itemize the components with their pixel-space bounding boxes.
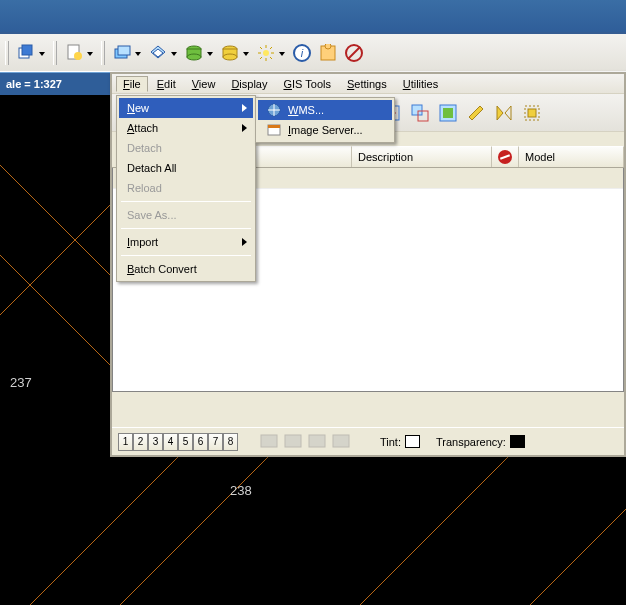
database-green-icon[interactable]: [182, 41, 206, 65]
toolbar-grip[interactable]: [5, 41, 9, 65]
page-button-6[interactable]: 6: [193, 433, 208, 451]
menu-file-save-as: Save As...: [119, 205, 253, 225]
menu-settings[interactable]: Settings: [340, 76, 394, 92]
menu-edit[interactable]: Edit: [150, 76, 183, 92]
mirror-icon[interactable]: [492, 101, 516, 125]
svg-line-22: [260, 57, 262, 59]
scale-readout: ale = 1:327: [0, 72, 110, 95]
cad-label: 238: [230, 483, 252, 498]
page-button-4[interactable]: 4: [163, 433, 178, 451]
menu-display[interactable]: Display: [224, 76, 274, 92]
page-button-2[interactable]: 2: [133, 433, 148, 451]
tint-label: Tint:: [380, 436, 401, 448]
status-disabled-tools: [260, 433, 352, 451]
svg-point-14: [263, 50, 269, 56]
page-button-8[interactable]: 8: [223, 433, 238, 451]
transparency-swatch[interactable]: [510, 435, 525, 448]
svg-line-34: [0, 165, 120, 285]
svg-line-28: [348, 47, 360, 59]
cascade-windows-icon[interactable]: [14, 41, 38, 65]
new-doc-icon[interactable]: [62, 41, 86, 65]
submenu-label: Image Server...: [288, 124, 363, 136]
menu-file-batch-convert[interactable]: Batch Convert: [119, 259, 253, 279]
raster-manager-window: File New Attach Detach Detach All Reload…: [110, 72, 626, 457]
layers-diamond-icon[interactable]: [146, 41, 170, 65]
column-header-model[interactable]: Model: [519, 146, 624, 167]
svg-rect-51: [412, 105, 422, 115]
page-button-5[interactable]: 5: [178, 433, 193, 451]
cad-label: 237: [10, 375, 32, 390]
menu-utilities[interactable]: Utilities: [396, 76, 445, 92]
app-titlebar: [0, 0, 626, 34]
svg-point-10: [187, 54, 201, 60]
svg-rect-61: [285, 435, 301, 447]
disable-circle-icon[interactable]: [342, 41, 366, 65]
svg-rect-59: [528, 109, 536, 117]
svg-line-35: [530, 495, 626, 605]
scale-text: ale = 1:327: [6, 78, 62, 90]
toolbar-grip[interactable]: [53, 41, 57, 65]
toolbar-grip[interactable]: [101, 41, 105, 65]
page-button-7[interactable]: 7: [208, 433, 223, 451]
menu-file-detach-all[interactable]: Detach All: [119, 158, 253, 178]
image-server-icon: [266, 122, 282, 138]
menu-file[interactable]: File: [116, 76, 148, 92]
rotate-icon[interactable]: [464, 101, 488, 125]
svg-marker-55: [469, 106, 483, 120]
svg-line-19: [260, 47, 262, 49]
svg-rect-62: [309, 435, 325, 447]
svg-rect-60: [261, 435, 277, 447]
layers-icon: [332, 433, 352, 451]
database-yellow-icon[interactable]: [218, 41, 242, 65]
menu-file-detach: Detach: [119, 138, 253, 158]
svg-marker-56: [497, 106, 503, 120]
light-icon[interactable]: [254, 41, 278, 65]
submenu-new-image-server[interactable]: Image Server...: [258, 120, 392, 140]
info-icon[interactable]: i: [290, 41, 314, 65]
file-new-submenu: WMS... Image Server...: [255, 97, 395, 143]
menu-view[interactable]: View: [185, 76, 223, 92]
align-icon[interactable]: [520, 101, 544, 125]
svg-marker-57: [505, 106, 511, 120]
statusbar: 12345678 Tint: Transparency:: [112, 427, 624, 455]
tint-swatch[interactable]: [405, 435, 420, 448]
submenu-label: WMS...: [288, 104, 324, 116]
page-button-3[interactable]: 3: [148, 433, 163, 451]
transparency-label: Transparency:: [436, 436, 506, 448]
menu-separator: [121, 201, 251, 202]
svg-point-13: [223, 54, 237, 60]
submenu-new-wms[interactable]: WMS...: [258, 100, 392, 120]
menu-gis-tools[interactable]: GIS Tools: [276, 76, 338, 92]
svg-rect-54: [443, 108, 453, 118]
menubar: File New Attach Detach Detach All Reload…: [112, 74, 624, 94]
svg-line-20: [270, 57, 272, 59]
column-header-status[interactable]: [492, 146, 519, 167]
menu-separator: [121, 228, 251, 229]
column-header[interactable]: [252, 146, 352, 167]
svg-rect-63: [333, 435, 349, 447]
stack-icon: [308, 433, 328, 451]
select-window-icon[interactable]: [408, 101, 432, 125]
svg-rect-40: [268, 125, 280, 128]
menu-separator: [121, 255, 251, 256]
menu-file-attach[interactable]: Attach: [119, 118, 253, 138]
menu-file-reload: Reload: [119, 178, 253, 198]
menu-file-import[interactable]: Import: [119, 232, 253, 252]
svg-point-26: [325, 44, 331, 49]
menu-file-new[interactable]: New: [119, 98, 253, 118]
column-header-description[interactable]: Description: [352, 146, 492, 167]
forbidden-icon: [498, 150, 512, 164]
layers-square-icon[interactable]: [110, 41, 134, 65]
page-button-1[interactable]: 1: [118, 433, 133, 451]
file-menu-dropdown: New Attach Detach Detach All Reload Save…: [116, 95, 256, 282]
page-buttons: 12345678: [118, 433, 238, 451]
globe-icon: [266, 102, 282, 118]
select-all-icon[interactable]: [436, 101, 460, 125]
svg-rect-1: [22, 45, 32, 55]
cube-icon: [284, 433, 304, 451]
svg-point-3: [74, 52, 82, 60]
main-toolbar: i: [0, 34, 626, 72]
puzzle-icon[interactable]: [316, 41, 340, 65]
svg-rect-5: [118, 46, 130, 55]
svg-line-21: [270, 47, 272, 49]
